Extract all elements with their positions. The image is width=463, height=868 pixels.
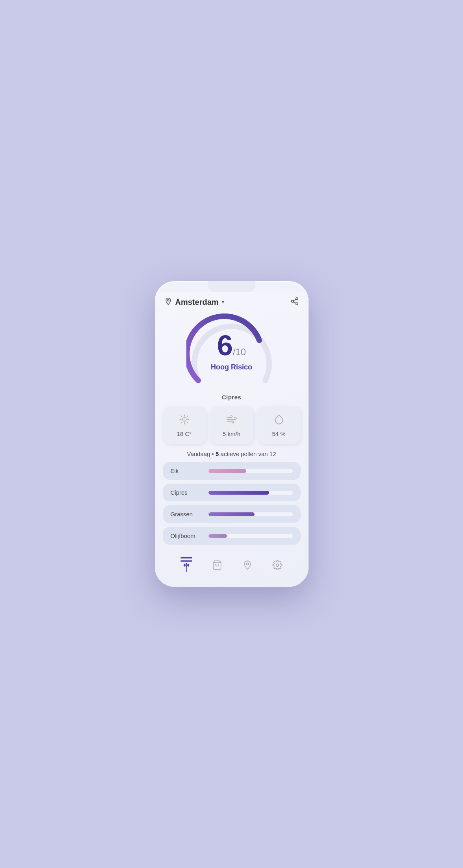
humidity-value: 54 % <box>272 430 285 437</box>
svg-point-25 <box>246 563 248 565</box>
pollen-summary-prefix: Vandaag • <box>187 451 216 457</box>
dandelion-icon <box>181 562 192 574</box>
share-button[interactable] <box>290 297 299 307</box>
svg-point-19 <box>186 563 187 564</box>
svg-line-9 <box>180 416 181 417</box>
chevron-down-icon: ▾ <box>222 299 224 305</box>
pollen-bar-fill-eik <box>208 469 246 473</box>
list-item: Olijfboom <box>163 527 301 545</box>
weather-card-wind: 5 km/h <box>210 407 253 444</box>
pollen-name-olijfboom: Olijfboom <box>171 532 202 539</box>
svg-point-0 <box>167 299 169 301</box>
pollen-bar-track <box>208 491 293 495</box>
pollen-name-eik: Eik <box>171 467 202 474</box>
pollen-bar-fill-olijfboom <box>208 534 227 538</box>
wind-icon <box>226 414 237 427</box>
list-item: Grassen <box>163 505 301 523</box>
sun-icon <box>179 414 190 427</box>
weather-cards: 18 C° 5 km/h 54 % <box>163 407 301 444</box>
pollen-summary: Vandaag • 5 actieve pollen van 12 <box>163 451 301 457</box>
weather-card-temperature: 18 C° <box>163 407 206 444</box>
svg-line-10 <box>187 422 188 423</box>
gauge-plant: Cipres <box>222 394 242 401</box>
svg-line-4 <box>293 302 296 303</box>
header: Amsterdam ▾ <box>163 292 301 310</box>
pollen-name-grassen: Grassen <box>171 511 202 517</box>
svg-point-26 <box>276 564 279 566</box>
gauge-score: 6/10 <box>211 329 252 362</box>
phone-shell: Amsterdam ▾ <box>155 281 309 587</box>
svg-point-22 <box>184 566 184 566</box>
nav-item-home[interactable] <box>180 557 192 574</box>
pollen-list: Eik Cipres Grassen Olijfboom <box>163 462 301 545</box>
pollen-bar-fill-cipres <box>208 491 269 495</box>
weather-card-humidity: 54 % <box>257 407 301 444</box>
svg-line-14 <box>187 416 188 417</box>
pollen-bar-fill-grassen <box>208 512 255 516</box>
svg-line-13 <box>180 422 181 423</box>
wind-value: 5 km/h <box>223 430 240 437</box>
location-group[interactable]: Amsterdam ▾ <box>164 297 224 307</box>
gauge-risk-label: Hoog Risico <box>211 363 252 371</box>
svg-point-20 <box>184 564 185 565</box>
pollen-bar-track <box>208 534 293 538</box>
gauge-container: 6/10 Hoog Risico <box>186 313 277 392</box>
settings-icon <box>272 560 283 572</box>
bottom-nav <box>163 551 301 579</box>
temperature-value: 18 C° <box>177 430 192 437</box>
pollen-summary-suffix: actieve pollen van 12 <box>219 451 276 457</box>
nav-item-settings[interactable] <box>272 560 283 572</box>
drop-icon <box>273 414 284 427</box>
location-name: Amsterdam <box>175 298 219 307</box>
pollen-bar-track <box>208 469 293 473</box>
app-content: Amsterdam ▾ <box>155 292 309 587</box>
phone-notch <box>208 281 255 292</box>
bag-icon <box>212 560 222 572</box>
gauge-center: 6/10 Hoog Risico <box>211 329 252 371</box>
pollen-bar-track <box>208 512 293 516</box>
svg-point-23 <box>188 566 189 566</box>
location-icon <box>164 297 172 307</box>
svg-point-6 <box>182 417 186 421</box>
svg-line-5 <box>293 299 296 301</box>
svg-point-21 <box>188 564 188 565</box>
list-item: Cipres <box>163 484 301 501</box>
gauge-section: 6/10 Hoog Risico Cipres <box>163 313 301 401</box>
list-item: Eik <box>163 462 301 480</box>
map-pin-icon <box>242 560 253 572</box>
pollen-name-cipres: Cipres <box>171 489 202 496</box>
nav-item-map[interactable] <box>242 560 253 572</box>
nav-item-shop[interactable] <box>212 560 222 572</box>
